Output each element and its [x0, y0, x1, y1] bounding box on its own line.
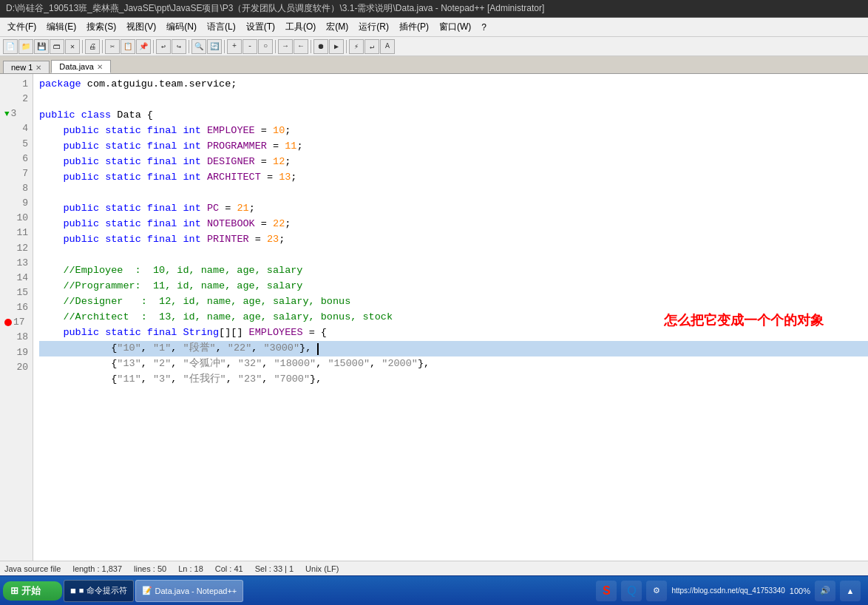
tb-sep2 — [102, 40, 103, 53]
volume-icon: 🔊 — [820, 586, 830, 595]
ln-19: 19 — [4, 345, 28, 360]
taskbar-right: S Q ⚙ https://blog.csdn.net/qq_41753340 … — [596, 581, 865, 601]
code-line-20: {"11", "3", "任我行", "23", "7000"}, — [39, 372, 868, 388]
tb-macro-rec-btn[interactable]: ⏺ — [313, 39, 328, 54]
code-editor[interactable]: package com.atguigu.team.service; public… — [33, 74, 868, 561]
tb-sep1 — [82, 40, 83, 53]
settings-icon: ⚙ — [653, 586, 660, 595]
tb-cut-btn[interactable]: ✂ — [105, 39, 120, 54]
menu-help[interactable]: ? — [477, 21, 491, 34]
tb-sep7 — [311, 40, 311, 53]
taskbar-icon-qq[interactable]: Q — [621, 581, 642, 601]
tab-new1-label: new 1 — [11, 63, 33, 72]
menu-edit[interactable]: 编辑(E) — [42, 19, 81, 35]
ln-4: 4 — [4, 121, 28, 136]
status-format: Unix (LF) — [305, 564, 339, 573]
tb-print-btn[interactable]: 🖨 — [85, 39, 100, 54]
menu-language[interactable]: 语言(L) — [203, 19, 240, 35]
tab-new1[interactable]: new 1 ✕ — [3, 61, 50, 73]
tb-undo-btn[interactable]: ↩ — [156, 39, 171, 54]
ln-14: 14 — [4, 271, 28, 285]
ln-13: 13 — [4, 256, 28, 271]
notepadpp-label: Data.java - Notepad++ — [155, 587, 237, 595]
s-icon: S — [603, 584, 611, 598]
tab-data-java-label: Data.java — [59, 62, 93, 71]
status-lines: lines : 50 — [134, 564, 166, 573]
tb-copy-btn[interactable]: 📋 — [121, 39, 135, 54]
status-ln: Ln : 18 — [178, 564, 203, 573]
notepadpp-icon: 📝 — [142, 586, 152, 595]
tb-saveall-btn[interactable]: 🗃 — [50, 39, 64, 54]
tb-sep6 — [275, 40, 276, 53]
tb-wrap-btn[interactable]: ↵ — [365, 39, 379, 54]
tab-bar: new 1 ✕ Data.java ✕ — [0, 56, 868, 74]
tb-new-btn[interactable]: 📄 — [3, 39, 18, 54]
status-length: length : 1,837 — [72, 564, 122, 573]
tb-save-btn[interactable]: 💾 — [34, 39, 49, 54]
menu-encoding[interactable]: 编码(N) — [162, 19, 201, 35]
start-button[interactable]: ⊞ 开始 — [3, 581, 62, 601]
tb-sep3 — [153, 40, 154, 53]
menu-run[interactable]: 运行(R) — [354, 19, 393, 35]
code-line-15: //Designer : 12, id, name, age, salary, … — [39, 294, 868, 310]
tb-paste-btn[interactable]: 📌 — [136, 39, 151, 54]
code-line-2 — [39, 92, 868, 108]
tb-redo-btn[interactable]: ↪ — [172, 39, 186, 54]
tb-indent-btn[interactable]: → — [278, 39, 293, 54]
ln-5: 5 — [4, 137, 28, 152]
cmd-icon: ■ — [70, 585, 76, 596]
tb-zoomin-btn[interactable]: + — [227, 39, 242, 54]
menu-settings[interactable]: 设置(T) — [242, 19, 279, 35]
code-line-5: public static final int PROGRAMMER = 11; — [39, 139, 868, 155]
taskbar-icon-s[interactable]: S — [596, 581, 617, 601]
ln-1: 1 — [4, 77, 28, 92]
tb-spell-btn[interactable]: A — [380, 39, 395, 54]
menu-plugins[interactable]: 插件(P) — [395, 19, 433, 35]
code-line-7: public static final int ARCHITECT = 13; — [39, 170, 868, 186]
menu-bar: 文件(F) 编辑(E) 搜索(S) 视图(V) 编码(N) 语言(L) 设置(T… — [0, 18, 868, 37]
tb-sep4 — [189, 40, 189, 53]
taskbar: ⊞ 开始 ■ ■ 命令提示符 📝 Data.java - Notepad++ S… — [0, 575, 868, 605]
tab-data-java[interactable]: Data.java ✕ — [51, 60, 110, 73]
menu-file[interactable]: 文件(F) — [3, 19, 41, 35]
code-line-1: package com.atguigu.team.service; — [39, 77, 868, 92]
code-line-18: {"10", "1", "段誉", "22", "3000"}, — [39, 341, 868, 356]
taskbar-url: https://blog.csdn.net/qq_41753340 — [671, 587, 784, 595]
code-line-8 — [39, 186, 868, 201]
code-line-12 — [39, 248, 868, 263]
tb-sep5 — [224, 40, 225, 53]
tab-new1-close[interactable]: ✕ — [35, 64, 41, 72]
tb-replace-btn[interactable]: 🔄 — [207, 39, 222, 54]
tb-find-btn[interactable]: 🔍 — [191, 39, 206, 54]
menu-macro[interactable]: 宏(M) — [322, 19, 353, 35]
taskbar-btn-notepadpp[interactable]: 📝 Data.java - Notepad++ — [135, 580, 244, 602]
status-filetype: Java source file — [4, 564, 61, 573]
menu-view[interactable]: 视图(V) — [122, 19, 160, 35]
taskbar-btn-cmd[interactable]: ■ ■ 命令提示符 — [64, 580, 134, 602]
taskbar-icon-vol[interactable]: 🔊 — [815, 581, 835, 601]
menu-window[interactable]: 窗口(W) — [435, 19, 475, 35]
tb-close-btn[interactable]: ✕ — [65, 39, 80, 54]
title-text: D:\尚硅谷_190513班_柴林燕_JavaSE\ppt\JavaSE项目\P… — [6, 2, 544, 15]
menu-tools[interactable]: 工具(O) — [281, 19, 320, 35]
ln-3: ▼3 — [4, 107, 28, 121]
code-line-9: public static final int PC = 21; — [39, 201, 868, 217]
tb-macro-play-btn[interactable]: ▶ — [329, 39, 344, 54]
tb-zoomreset-btn[interactable]: ○ — [258, 39, 273, 54]
code-line-10: public static final int NOTEBOOK = 22; — [39, 217, 868, 232]
taskbar-icon-arrow[interactable]: ▲ — [840, 581, 861, 601]
tb-sync-btn[interactable]: ⚡ — [349, 39, 364, 54]
taskbar-icon-settings[interactable]: ⚙ — [646, 581, 667, 601]
tb-outdent-btn[interactable]: ← — [294, 39, 308, 54]
ln-17: 17 — [4, 315, 28, 330]
qq-icon: Q — [627, 584, 636, 598]
ln-16: 16 — [4, 300, 28, 315]
tab-data-java-close[interactable]: ✕ — [97, 63, 103, 71]
code-line-11: public static final int PRINTER = 23; — [39, 232, 868, 248]
status-sel: Sel : 33 | 1 — [255, 564, 294, 573]
ln-10: 10 — [4, 211, 28, 226]
code-line-6: public static final int DESIGNER = 12; — [39, 155, 868, 170]
tb-zoomout-btn[interactable]: - — [243, 39, 257, 54]
tb-open-btn[interactable]: 📁 — [18, 39, 33, 54]
menu-search[interactable]: 搜索(S) — [82, 19, 121, 35]
